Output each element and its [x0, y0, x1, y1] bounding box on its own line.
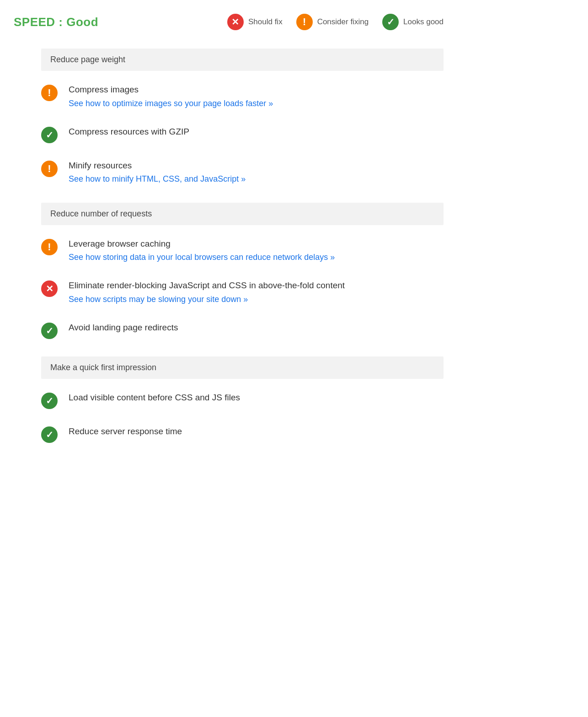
speed-title: SPEED : Good — [14, 15, 98, 29]
load-visible-status-icon: ✓ — [41, 393, 58, 409]
landing-redirects-title: Avoid landing page redirects — [69, 322, 444, 334]
consider-fixing-icon: ! — [296, 14, 313, 30]
list-item-load-visible-content: ✓ Load visible content before CSS and JS… — [41, 383, 444, 417]
looks-good-label: Looks good — [403, 17, 444, 27]
render-blocking-title: Eliminate render-blocking JavaScript and… — [69, 280, 444, 292]
landing-redirects-content: Avoid landing page redirects — [69, 322, 444, 336]
server-response-content: Reduce server response time — [69, 426, 444, 440]
section-2-items: ✓ Load visible content before CSS and JS… — [41, 383, 444, 451]
legend-item-looks-good: ✓ Looks good — [382, 14, 444, 30]
compress-images-content: Compress images See how to optimize imag… — [69, 84, 444, 109]
legend-item-should-fix: ✕ Should fix — [227, 14, 283, 30]
list-item-minify-resources: ! Minify resources See how to minify HTM… — [41, 151, 444, 194]
load-visible-icon: ✓ — [41, 393, 58, 409]
browser-caching-status-icon: ! — [41, 239, 58, 255]
browser-caching-title: Leverage browser caching — [69, 238, 444, 250]
render-blocking-status-icon: ✕ — [41, 280, 58, 297]
render-blocking-icon: ✕ — [41, 280, 58, 297]
compress-images-title: Compress images — [69, 84, 444, 96]
should-fix-label: Should fix — [248, 17, 283, 27]
section-first-impression: Make a quick first impression — [41, 356, 444, 379]
server-response-status-icon: ✓ — [41, 426, 58, 443]
minify-resources-link[interactable]: See how to minify HTML, CSS, and JavaScr… — [69, 174, 246, 183]
minify-resources-icon: ! — [41, 161, 58, 177]
list-item-landing-redirects: ✓ Avoid landing page redirects — [41, 313, 444, 347]
list-item-render-blocking: ✕ Eliminate render-blocking JavaScript a… — [41, 271, 444, 313]
page-header: SPEED : Good ✕ Should fix ! Consider fix… — [14, 9, 444, 35]
should-fix-icon: ✕ — [227, 14, 244, 30]
load-visible-content: Load visible content before CSS and JS f… — [69, 392, 444, 406]
compress-images-icon: ! — [41, 85, 58, 101]
minify-resources-content: Minify resources See how to minify HTML,… — [69, 160, 444, 185]
render-blocking-content: Eliminate render-blocking JavaScript and… — [69, 280, 444, 305]
compress-gzip-content: Compress resources with GZIP — [69, 126, 444, 140]
landing-redirects-icon: ✓ — [41, 323, 58, 339]
compress-gzip-status-icon: ✓ — [41, 127, 58, 143]
legend-item-consider-fixing: ! Consider fixing — [296, 14, 369, 30]
section-reduce-requests: Reduce number of requests — [41, 203, 444, 225]
list-item-server-response: ✓ Reduce server response time — [41, 417, 444, 451]
render-blocking-link[interactable]: See how scripts may be slowing your site… — [69, 295, 248, 304]
speed-label: SPEED : — [14, 15, 66, 29]
section-0-items: ! Compress images See how to optimize im… — [41, 75, 444, 194]
browser-caching-link[interactable]: See how storing data in your local brows… — [69, 253, 335, 262]
list-item-compress-images: ! Compress images See how to optimize im… — [41, 75, 444, 118]
browser-caching-content: Leverage browser caching See how storing… — [69, 238, 444, 264]
compress-gzip-icon: ✓ — [41, 127, 58, 143]
section-reduce-page-weight: Reduce page weight — [41, 49, 444, 71]
compress-gzip-title: Compress resources with GZIP — [69, 126, 444, 138]
server-response-icon: ✓ — [41, 426, 58, 443]
consider-fixing-label: Consider fixing — [317, 17, 369, 27]
compress-images-link[interactable]: See how to optimize images so your page … — [69, 99, 273, 108]
load-visible-title: Load visible content before CSS and JS f… — [69, 392, 444, 404]
server-response-title: Reduce server response time — [69, 426, 444, 438]
section-1-items: ! Leverage browser caching See how stori… — [41, 230, 444, 348]
compress-images-status-icon: ! — [41, 85, 58, 101]
minify-resources-title: Minify resources — [69, 160, 444, 172]
list-item-compress-gzip: ✓ Compress resources with GZIP — [41, 118, 444, 151]
landing-redirects-status-icon: ✓ — [41, 323, 58, 339]
speed-value: Good — [66, 15, 98, 29]
browser-caching-icon: ! — [41, 239, 58, 255]
legend: ✕ Should fix ! Consider fixing ✓ Looks g… — [227, 14, 444, 30]
minify-resources-status-icon: ! — [41, 161, 58, 177]
list-item-browser-caching: ! Leverage browser caching See how stori… — [41, 230, 444, 272]
looks-good-icon: ✓ — [382, 14, 399, 30]
main-content: Reduce page weight ! Compress images See… — [14, 49, 444, 451]
